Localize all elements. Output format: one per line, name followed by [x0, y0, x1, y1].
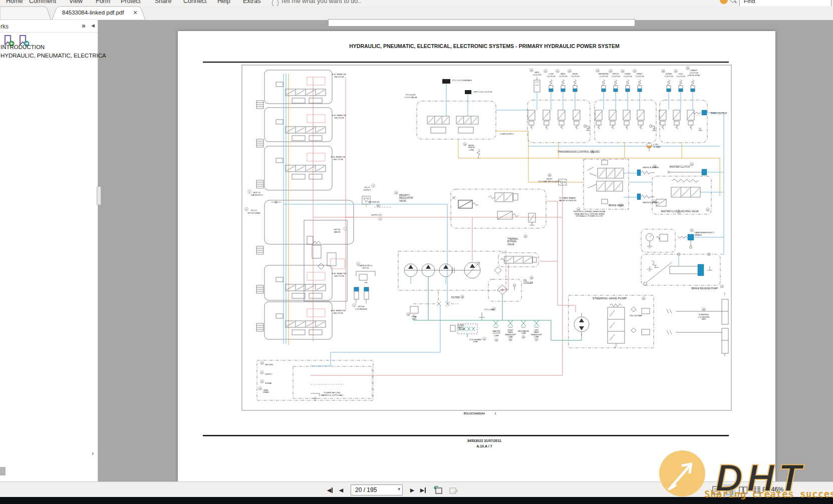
- find-input[interactable]: Find: [739, 0, 831, 6]
- svg-text:HITCHCYLINDERS: HITCHCYLINDERS: [355, 305, 367, 310]
- next-glyph: ▶: [410, 487, 414, 493]
- svg-text:PTO LUBE: PTO LUBE: [484, 308, 494, 311]
- svg-text:LOWCLUTCH: LOWCLUTCH: [547, 73, 556, 78]
- svg-text:E.H. REMOTESECTION: E.H. REMOTESECTION: [332, 272, 347, 277]
- svg-text:1: 1: [495, 412, 496, 415]
- last-page-glyph: ▶: [420, 487, 424, 493]
- svg-text:BYPASSVALVE3.70 BAR: BYPASSVALVE3.70 BAR: [458, 324, 465, 330]
- svg-text:EVENCLUTCH: EVENCLUTCH: [665, 73, 673, 78]
- collapse-panel-icon[interactable]: ◀: [91, 23, 95, 28]
- svg-text:41: 41: [483, 338, 485, 340]
- bookmarks-panel: rks » ◀ INTRODUCTION HYDRAULIC, PNEUMATI…: [0, 20, 98, 481]
- previous-view-icon[interactable]: [434, 485, 443, 495]
- svg-text:13: 13: [259, 388, 261, 390]
- notification-icon[interactable]: [720, 0, 728, 4]
- tab-partial[interactable]: [0, 7, 51, 20]
- solenoid-valve-units: [528, 110, 694, 129]
- single-page-view-icon[interactable]: [710, 484, 722, 496]
- panel-splitter-handle[interactable]: [97, 186, 101, 205]
- svg-text:BRAKE RELEASE PUMP: BRAKE RELEASE PUMP: [691, 287, 718, 290]
- power-beyond-group: [257, 182, 563, 400]
- status-bar: ◀ ◀ 20 / 195 ▾ ▶ ▶: [0, 481, 833, 497]
- continuous-view-icon[interactable]: [724, 484, 735, 496]
- spool-valves: [427, 116, 700, 263]
- svg-text:52: 52: [707, 209, 709, 211]
- service-brake-group: [637, 169, 724, 200]
- first-page-button[interactable]: ◀: [325, 485, 336, 495]
- svg-text:PARK/EMERGENCYBRAKE: PARK/EMERGENCYBRAKE: [695, 231, 714, 236]
- page-number-value: 20 / 195: [355, 486, 377, 493]
- reference-balloons: 2345678910111213192021222324252627282930…: [245, 67, 724, 390]
- tab-close-icon[interactable]: ×: [133, 9, 137, 17]
- svg-text:MASTERCLUTCHLUBE: MASTERCLUTCHLUBE: [492, 330, 500, 337]
- expand-all-icon[interactable]: »: [82, 22, 86, 30]
- menu-item-view[interactable]: View: [69, 0, 83, 5]
- svg-text:3: 3: [246, 209, 247, 211]
- svg-text:HIGHCLUTCH: HIGHCLUTCH: [571, 73, 580, 78]
- taskbar-strip: [0, 497, 833, 504]
- svg-text:84533022 31/07/2011: 84533022 31/07/2011: [467, 439, 501, 442]
- bookmark-item-hydraulic[interactable]: HYDRAULIC, PNEUMATIC, ELECTRICA: [1, 53, 111, 59]
- svg-text:65: 65: [643, 298, 645, 300]
- page-layout-controls: [710, 484, 764, 496]
- svg-text:MFDCLUTCH: MFDCLUTCH: [533, 71, 541, 76]
- svg-text:53: 53: [691, 230, 693, 232]
- svg-text:SIGNAL: SIGNAL: [265, 382, 272, 384]
- svg-text:21: 21: [544, 71, 546, 73]
- svg-text:36: 36: [530, 277, 532, 279]
- menu-bar: Home Comment View Form Protect Share Con…: [0, 0, 833, 6]
- clutch-cylinders: [549, 80, 695, 110]
- svg-text:ODDCLUTCH: ODDCLUTCH: [677, 73, 685, 78]
- zoom-level[interactable]: 81.46%: [762, 486, 783, 493]
- svg-text:45: 45: [522, 336, 524, 338]
- svg-text:E.H. REMOTESECTION: E.H. REMOTESECTION: [332, 73, 347, 78]
- svg-text:LEFTHANDBRAKE/DIFFLUBE: LEFTHANDBRAKE/DIFFLUBE: [531, 329, 542, 338]
- svg-text:33: 33: [548, 175, 550, 177]
- svg-text:28: 28: [662, 71, 664, 73]
- svg-text:26: 26: [622, 71, 624, 73]
- svg-text:MEDCLUTCH: MEDCLUTCH: [559, 73, 568, 78]
- tab-bar: 84533084-linked pdf.pdf ×: [0, 6, 833, 20]
- search-icon[interactable]: [730, 0, 737, 4]
- menu-item-form[interactable]: Form: [96, 0, 110, 5]
- find-label: Find: [740, 0, 831, 4]
- page-dropdown-caret[interactable]: ▾: [398, 486, 400, 491]
- horizontal-scrollbar[interactable]: [328, 19, 635, 27]
- page-navigation: ◀ ◀ 20 / 195 ▾ ▶ ▶: [325, 484, 458, 495]
- svg-text:SERVICE BRAKE: SERVICE BRAKE: [643, 201, 659, 204]
- menu-item-comment[interactable]: Comment: [29, 0, 56, 5]
- first-page-glyph: ◀: [327, 487, 331, 493]
- lube-branch-symbols: [458, 320, 539, 331]
- svg-text:FILTER: FILTER: [451, 296, 460, 299]
- tab-title[interactable]: 84533084-linked pdf.pdf: [62, 10, 124, 16]
- continuous-facing-view-icon[interactable]: [751, 484, 762, 496]
- document-canvas[interactable]: 2345678910111213192021222324252627282930…: [98, 20, 833, 481]
- menu-item-extras[interactable]: Extras: [243, 0, 260, 5]
- svg-text:MASTER CLUTCH: MASTER CLUTCH: [670, 166, 690, 168]
- svg-text:10: 10: [261, 362, 263, 364]
- bookmark-item-introduction[interactable]: INTRODUCTION: [1, 44, 111, 50]
- menu-item-connect[interactable]: Connect: [183, 0, 207, 5]
- svg-text:OR: OR: [364, 281, 367, 284]
- first-page-bar: [332, 487, 333, 493]
- brake-release-pump-group: [641, 253, 724, 286]
- menu-item-share[interactable]: Share: [155, 0, 171, 5]
- svg-text:TRANSMISSION CONTROL VALVES: TRANSMISSION CONTROL VALVES: [558, 150, 600, 153]
- menu-item-home[interactable]: Home: [6, 0, 23, 5]
- previous-page-button[interactable]: ◀: [336, 485, 347, 495]
- page-number-input[interactable]: 20 / 195 ▾: [351, 484, 403, 495]
- svg-text:PARK CLUTCH: PARK CLUTCH: [711, 112, 727, 115]
- panel-resize-chevron[interactable]: ›: [92, 449, 94, 457]
- svg-text:11: 11: [261, 372, 263, 374]
- svg-text:PILOTSUPPLY: PILOTSUPPLY: [363, 186, 371, 191]
- next-page-button[interactable]: ▶: [407, 485, 418, 495]
- svg-text:8: 8: [358, 263, 359, 265]
- tell-me-search[interactable]: Tell me what you want to do..: [281, 0, 361, 5]
- application-window: Home Comment View Form Protect Share Con…: [0, 0, 833, 504]
- menu-item-help[interactable]: Help: [217, 0, 230, 5]
- menu-item-protect[interactable]: Protect: [121, 0, 141, 5]
- next-view-icon[interactable]: [448, 485, 458, 495]
- facing-view-icon[interactable]: [737, 484, 749, 496]
- last-page-button[interactable]: ▶: [418, 485, 429, 495]
- svg-text:THIRDCLUTCH: THIRDCLUTCH: [624, 73, 632, 78]
